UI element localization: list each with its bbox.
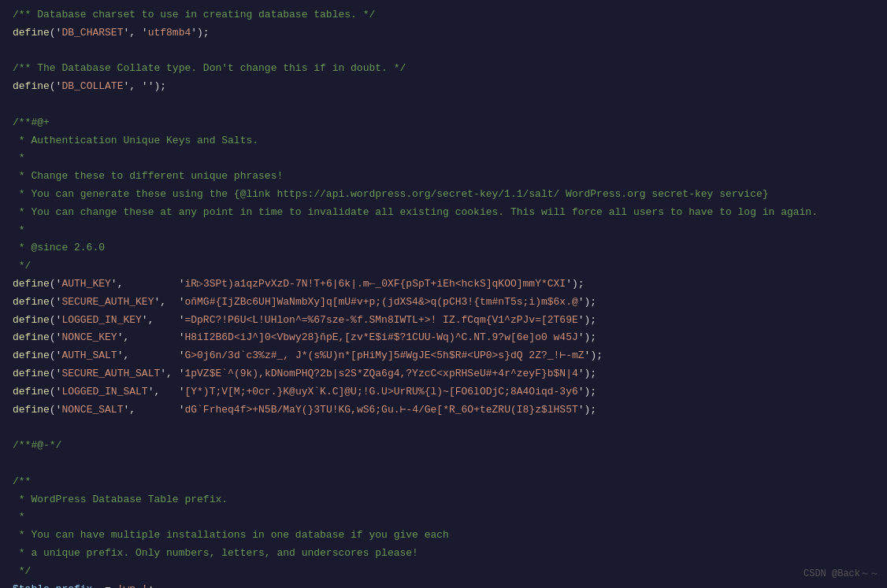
code-line: * — [0, 222, 887, 240]
code-line: * You can have multiple installations in… — [0, 527, 887, 545]
code-line: define('SECURE_AUTH_SALT', '1pVZ$E`^(9k)… — [0, 365, 887, 383]
code-line: /**#@-*/ — [0, 437, 887, 455]
code-line: * Authentication Unique Keys and Salts. — [0, 132, 887, 150]
code-line: define('NONCE_SALT', 'dG`Frheq4f>+N5B/Ma… — [0, 401, 887, 420]
code-line: define('AUTH_KEY', 'iR▷3SPt)a1qzPvXzD-7N… — [0, 276, 887, 294]
code-line: define('NONCE_KEY', 'H8iI2B6D<iJ^]0<Vbwy… — [0, 329, 887, 347]
code-line: */ — [0, 257, 887, 276]
code-line: * @since 2.6.0 — [0, 239, 887, 257]
code-line: * — [0, 508, 887, 527]
code-line: define('LOGGED_IN_KEY', '=DpRC?!P6U<L!UH… — [0, 312, 887, 330]
code-line — [0, 455, 887, 473]
code-line: $table_prefix = 'wp_'; — [0, 581, 887, 589]
code-line: * You can change these at any point in t… — [0, 204, 887, 222]
code-line — [0, 419, 887, 437]
code-line: define('DB_CHARSET', 'utf8mb4'); — [0, 24, 887, 43]
code-line: /**#@+ — [0, 114, 887, 132]
watermark: CSDN @Back～～ — [803, 567, 879, 580]
code-line: define('LOGGED_IN_SALT', '[Y*)T;V[M;+0cr… — [0, 383, 887, 401]
code-line: /** — [0, 473, 887, 491]
code-line: * a unique prefix. Only numbers, letters… — [0, 545, 887, 563]
code-line: * Change these to different unique phras… — [0, 168, 887, 186]
code-line: * WordPress Database Table prefix. — [0, 491, 887, 509]
code-line: * — [0, 150, 887, 168]
code-line: define('DB_COLLATE', ''); — [0, 78, 887, 96]
code-line: /** The Database Collate type. Don't cha… — [0, 60, 887, 78]
code-line: define('AUTH_SALT', 'G>0j6n/3d`c3%z#_, J… — [0, 347, 887, 365]
code-line: */ — [0, 563, 887, 581]
code-content: /** Database charset to use in creating … — [0, 6, 887, 588]
code-line: * You can generate these using the {@lin… — [0, 186, 887, 204]
code-line: define('SECURE_AUTH_KEY', 'oñMG#{IjZBc6U… — [0, 294, 887, 312]
code-line — [0, 96, 887, 114]
code-editor: /** Database charset to use in creating … — [0, 0, 887, 588]
code-line: /** Database charset to use in creating … — [0, 6, 887, 24]
code-line — [0, 43, 887, 61]
